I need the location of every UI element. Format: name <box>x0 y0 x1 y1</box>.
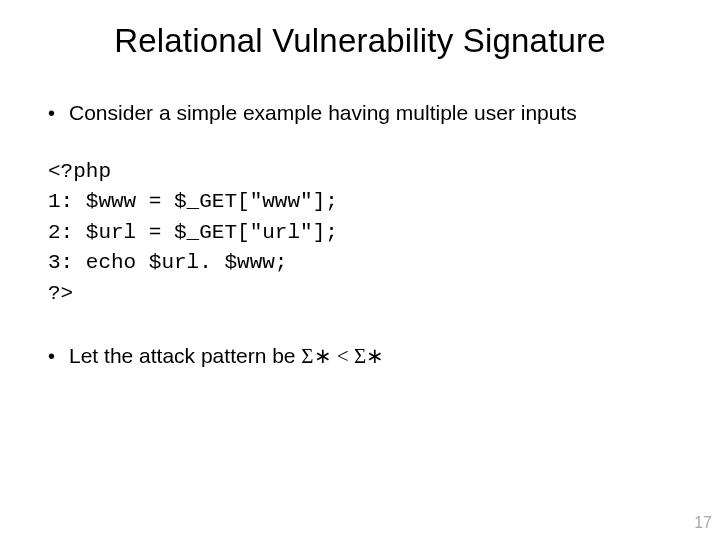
bullet-intro-text: Consider a simple example having multipl… <box>69 100 577 126</box>
page-title: Relational Vulnerability Signature <box>40 22 680 60</box>
bullet-pattern-prefix: Let the attack pattern be <box>69 344 301 367</box>
bullet-pattern: • Let the attack pattern be Σ∗ < Σ∗ <box>48 343 680 369</box>
code-line-0: <?php <box>48 160 111 183</box>
code-line-1: 1: $www = $_GET["www"]; <box>48 190 338 213</box>
code-block: <?php 1: $www = $_GET["www"]; 2: $url = … <box>48 157 680 309</box>
bullet-pattern-text: Let the attack pattern be Σ∗ < Σ∗ <box>69 343 384 369</box>
code-line-3: 3: echo $url. $www; <box>48 251 287 274</box>
bullet-intro: • Consider a simple example having multi… <box>48 100 680 127</box>
bullet-dot-icon: • <box>48 100 55 127</box>
code-line-4: ?> <box>48 282 73 305</box>
page-number: 17 <box>694 514 712 532</box>
attack-pattern-expression: Σ∗ < Σ∗ <box>301 344 384 368</box>
bullet-dot-icon: • <box>48 344 55 369</box>
code-line-2: 2: $url = $_GET["url"]; <box>48 221 338 244</box>
slide: Relational Vulnerability Signature • Con… <box>0 0 720 540</box>
